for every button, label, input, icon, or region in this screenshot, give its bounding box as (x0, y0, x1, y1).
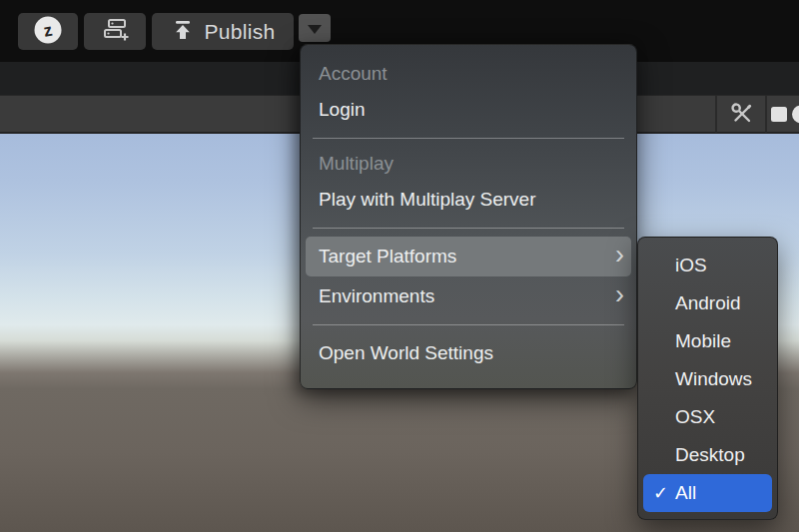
submenu-item-label: All (675, 482, 696, 503)
camera-icon (767, 103, 799, 128)
menu-item-label: Target Platforms (319, 237, 456, 276)
submenu-item-label: Windows (675, 368, 752, 389)
submenu-item-mobile[interactable]: Mobile (638, 322, 777, 360)
menu-item-label: Login (319, 90, 366, 130)
menu-item-open-world-settings[interactable]: Open World Settings (301, 333, 636, 373)
checkmark-icon: ✓ (653, 474, 668, 512)
submenu-item-android[interactable]: Android (638, 284, 777, 322)
menu-item-label: Environments (319, 276, 434, 316)
submenu-item-label: Android (675, 292, 741, 313)
submenu-item-label: OSX (675, 406, 715, 427)
app-window: z Publish (0, 0, 799, 532)
target-platforms-submenu: iOS Android Mobile Windows OSX Desktop ✓… (637, 237, 778, 520)
dropdown-caret-icon (308, 25, 322, 34)
menu-section-header-account: Account (301, 57, 636, 90)
scene-tools-button[interactable] (721, 98, 763, 133)
add-server-button[interactable] (84, 13, 146, 50)
z-logo-icon: z (33, 15, 63, 48)
publish-dropdown-button[interactable] (299, 14, 331, 42)
z-logo-button[interactable]: z (18, 13, 78, 50)
menu-item-environments[interactable]: Environments › (301, 276, 636, 316)
toolstrip-divider (715, 96, 717, 133)
submenu-item-windows[interactable]: Windows (638, 360, 777, 398)
submenu-chevron-icon: › (615, 276, 624, 316)
submenu-item-osx[interactable]: OSX (638, 398, 777, 436)
server-add-icon (101, 16, 129, 47)
submenu-item-label: Mobile (675, 330, 731, 351)
menu-item-login[interactable]: Login (301, 90, 636, 130)
menu-item-play-with-multiplay-server[interactable]: Play with Multiplay Server (301, 180, 636, 220)
publish-button[interactable]: Publish (152, 13, 294, 50)
menu-divider (313, 138, 624, 139)
submenu-item-desktop[interactable]: Desktop (638, 436, 777, 474)
menu-divider (313, 324, 624, 325)
upload-icon (171, 18, 195, 45)
submenu-item-label: Desktop (675, 444, 745, 465)
publish-menu: Account Login Multiplay Play with Multip… (300, 44, 637, 389)
menu-section-header-multiplay: Multiplay (301, 147, 636, 180)
submenu-chevron-icon: › (615, 237, 624, 276)
submenu-item-all[interactable]: ✓ All (643, 474, 772, 512)
camera-button[interactable] (773, 98, 799, 133)
submenu-item-label: iOS (675, 255, 707, 275)
menu-item-target-platforms[interactable]: Target Platforms › (306, 237, 631, 276)
menu-divider (313, 228, 624, 229)
menu-item-label: Open World Settings (319, 333, 493, 373)
publish-button-label: Publish (205, 20, 276, 44)
menu-item-label: Play with Multiplay Server (319, 180, 536, 220)
tools-icon (729, 101, 755, 130)
submenu-item-ios[interactable]: iOS (638, 247, 777, 284)
